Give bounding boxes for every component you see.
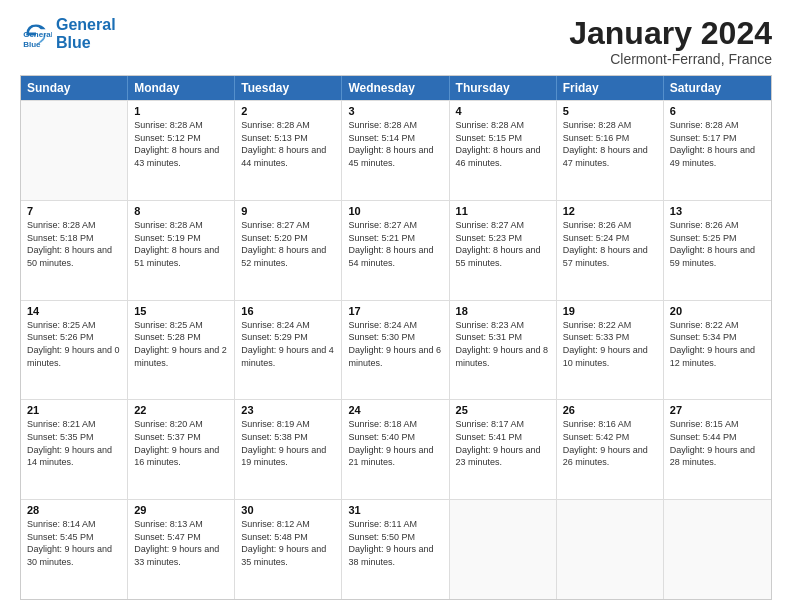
cell-info: Sunrise: 8:28 AMSunset: 5:15 PMDaylight:… bbox=[456, 119, 550, 169]
cell-info: Sunrise: 8:22 AMSunset: 5:34 PMDaylight:… bbox=[670, 319, 765, 369]
day-number: 28 bbox=[27, 504, 121, 516]
cal-cell: 3Sunrise: 8:28 AMSunset: 5:14 PMDaylight… bbox=[342, 101, 449, 200]
cal-cell: 13Sunrise: 8:26 AMSunset: 5:25 PMDayligh… bbox=[664, 201, 771, 300]
cal-cell: 26Sunrise: 8:16 AMSunset: 5:42 PMDayligh… bbox=[557, 400, 664, 499]
cell-info: Sunrise: 8:15 AMSunset: 5:44 PMDaylight:… bbox=[670, 418, 765, 468]
logo-icon: General Blue bbox=[20, 18, 52, 50]
cal-cell: 17Sunrise: 8:24 AMSunset: 5:30 PMDayligh… bbox=[342, 301, 449, 400]
week-row-2: 7Sunrise: 8:28 AMSunset: 5:18 PMDaylight… bbox=[21, 200, 771, 300]
cal-cell bbox=[21, 101, 128, 200]
week-row-1: 1Sunrise: 8:28 AMSunset: 5:12 PMDaylight… bbox=[21, 100, 771, 200]
calendar: SundayMondayTuesdayWednesdayThursdayFrid… bbox=[20, 75, 772, 600]
day-number: 15 bbox=[134, 305, 228, 317]
day-number: 20 bbox=[670, 305, 765, 317]
cal-cell: 24Sunrise: 8:18 AMSunset: 5:40 PMDayligh… bbox=[342, 400, 449, 499]
cell-info: Sunrise: 8:14 AMSunset: 5:45 PMDaylight:… bbox=[27, 518, 121, 568]
cell-info: Sunrise: 8:23 AMSunset: 5:31 PMDaylight:… bbox=[456, 319, 550, 369]
cal-cell: 5Sunrise: 8:28 AMSunset: 5:16 PMDaylight… bbox=[557, 101, 664, 200]
day-number: 8 bbox=[134, 205, 228, 217]
day-number: 21 bbox=[27, 404, 121, 416]
day-number: 17 bbox=[348, 305, 442, 317]
header-day-tuesday: Tuesday bbox=[235, 76, 342, 100]
week-row-3: 14Sunrise: 8:25 AMSunset: 5:26 PMDayligh… bbox=[21, 300, 771, 400]
day-number: 22 bbox=[134, 404, 228, 416]
cell-info: Sunrise: 8:18 AMSunset: 5:40 PMDaylight:… bbox=[348, 418, 442, 468]
week-row-4: 21Sunrise: 8:21 AMSunset: 5:35 PMDayligh… bbox=[21, 399, 771, 499]
cell-info: Sunrise: 8:17 AMSunset: 5:41 PMDaylight:… bbox=[456, 418, 550, 468]
day-number: 14 bbox=[27, 305, 121, 317]
cal-cell: 22Sunrise: 8:20 AMSunset: 5:37 PMDayligh… bbox=[128, 400, 235, 499]
calendar-header: SundayMondayTuesdayWednesdayThursdayFrid… bbox=[21, 76, 771, 100]
cal-cell bbox=[450, 500, 557, 599]
cal-cell: 25Sunrise: 8:17 AMSunset: 5:41 PMDayligh… bbox=[450, 400, 557, 499]
day-number: 5 bbox=[563, 105, 657, 117]
cell-info: Sunrise: 8:28 AMSunset: 5:12 PMDaylight:… bbox=[134, 119, 228, 169]
cal-cell: 27Sunrise: 8:15 AMSunset: 5:44 PMDayligh… bbox=[664, 400, 771, 499]
cal-cell: 19Sunrise: 8:22 AMSunset: 5:33 PMDayligh… bbox=[557, 301, 664, 400]
header-day-saturday: Saturday bbox=[664, 76, 771, 100]
cal-cell: 28Sunrise: 8:14 AMSunset: 5:45 PMDayligh… bbox=[21, 500, 128, 599]
day-number: 6 bbox=[670, 105, 765, 117]
cal-cell: 16Sunrise: 8:24 AMSunset: 5:29 PMDayligh… bbox=[235, 301, 342, 400]
cell-info: Sunrise: 8:19 AMSunset: 5:38 PMDaylight:… bbox=[241, 418, 335, 468]
cal-cell: 1Sunrise: 8:28 AMSunset: 5:12 PMDaylight… bbox=[128, 101, 235, 200]
cell-info: Sunrise: 8:25 AMSunset: 5:28 PMDaylight:… bbox=[134, 319, 228, 369]
cal-cell: 12Sunrise: 8:26 AMSunset: 5:24 PMDayligh… bbox=[557, 201, 664, 300]
cell-info: Sunrise: 8:22 AMSunset: 5:33 PMDaylight:… bbox=[563, 319, 657, 369]
day-number: 2 bbox=[241, 105, 335, 117]
day-number: 27 bbox=[670, 404, 765, 416]
cal-cell: 20Sunrise: 8:22 AMSunset: 5:34 PMDayligh… bbox=[664, 301, 771, 400]
logo-text-general: General bbox=[56, 16, 116, 34]
title-block: January 2024 Clermont-Ferrand, France bbox=[569, 16, 772, 67]
header-day-sunday: Sunday bbox=[21, 76, 128, 100]
day-number: 12 bbox=[563, 205, 657, 217]
cell-info: Sunrise: 8:11 AMSunset: 5:50 PMDaylight:… bbox=[348, 518, 442, 568]
cell-info: Sunrise: 8:28 AMSunset: 5:16 PMDaylight:… bbox=[563, 119, 657, 169]
cal-cell: 8Sunrise: 8:28 AMSunset: 5:19 PMDaylight… bbox=[128, 201, 235, 300]
day-number: 26 bbox=[563, 404, 657, 416]
page: General Blue General Blue January 2024 C… bbox=[0, 0, 792, 612]
day-number: 24 bbox=[348, 404, 442, 416]
day-number: 31 bbox=[348, 504, 442, 516]
cal-cell: 6Sunrise: 8:28 AMSunset: 5:17 PMDaylight… bbox=[664, 101, 771, 200]
cal-cell: 15Sunrise: 8:25 AMSunset: 5:28 PMDayligh… bbox=[128, 301, 235, 400]
header: General Blue General Blue January 2024 C… bbox=[20, 16, 772, 67]
cal-cell: 21Sunrise: 8:21 AMSunset: 5:35 PMDayligh… bbox=[21, 400, 128, 499]
day-number: 18 bbox=[456, 305, 550, 317]
svg-text:General: General bbox=[23, 30, 52, 39]
day-number: 16 bbox=[241, 305, 335, 317]
cal-cell: 29Sunrise: 8:13 AMSunset: 5:47 PMDayligh… bbox=[128, 500, 235, 599]
cell-info: Sunrise: 8:27 AMSunset: 5:20 PMDaylight:… bbox=[241, 219, 335, 269]
logo-text-blue: Blue bbox=[56, 34, 116, 52]
cal-cell: 30Sunrise: 8:12 AMSunset: 5:48 PMDayligh… bbox=[235, 500, 342, 599]
cell-info: Sunrise: 8:12 AMSunset: 5:48 PMDaylight:… bbox=[241, 518, 335, 568]
day-number: 19 bbox=[563, 305, 657, 317]
cell-info: Sunrise: 8:28 AMSunset: 5:19 PMDaylight:… bbox=[134, 219, 228, 269]
day-number: 11 bbox=[456, 205, 550, 217]
day-number: 3 bbox=[348, 105, 442, 117]
header-day-monday: Monday bbox=[128, 76, 235, 100]
cell-info: Sunrise: 8:25 AMSunset: 5:26 PMDaylight:… bbox=[27, 319, 121, 369]
cal-cell: 14Sunrise: 8:25 AMSunset: 5:26 PMDayligh… bbox=[21, 301, 128, 400]
cal-cell: 23Sunrise: 8:19 AMSunset: 5:38 PMDayligh… bbox=[235, 400, 342, 499]
cal-cell: 18Sunrise: 8:23 AMSunset: 5:31 PMDayligh… bbox=[450, 301, 557, 400]
cal-cell: 9Sunrise: 8:27 AMSunset: 5:20 PMDaylight… bbox=[235, 201, 342, 300]
cal-cell bbox=[557, 500, 664, 599]
cell-info: Sunrise: 8:21 AMSunset: 5:35 PMDaylight:… bbox=[27, 418, 121, 468]
cell-info: Sunrise: 8:20 AMSunset: 5:37 PMDaylight:… bbox=[134, 418, 228, 468]
week-row-5: 28Sunrise: 8:14 AMSunset: 5:45 PMDayligh… bbox=[21, 499, 771, 599]
cell-info: Sunrise: 8:28 AMSunset: 5:14 PMDaylight:… bbox=[348, 119, 442, 169]
cell-info: Sunrise: 8:28 AMSunset: 5:17 PMDaylight:… bbox=[670, 119, 765, 169]
day-number: 23 bbox=[241, 404, 335, 416]
cell-info: Sunrise: 8:28 AMSunset: 5:13 PMDaylight:… bbox=[241, 119, 335, 169]
cell-info: Sunrise: 8:26 AMSunset: 5:25 PMDaylight:… bbox=[670, 219, 765, 269]
day-number: 25 bbox=[456, 404, 550, 416]
cell-info: Sunrise: 8:16 AMSunset: 5:42 PMDaylight:… bbox=[563, 418, 657, 468]
cal-cell: 2Sunrise: 8:28 AMSunset: 5:13 PMDaylight… bbox=[235, 101, 342, 200]
cal-cell: 7Sunrise: 8:28 AMSunset: 5:18 PMDaylight… bbox=[21, 201, 128, 300]
cal-cell: 31Sunrise: 8:11 AMSunset: 5:50 PMDayligh… bbox=[342, 500, 449, 599]
day-number: 4 bbox=[456, 105, 550, 117]
calendar-body: 1Sunrise: 8:28 AMSunset: 5:12 PMDaylight… bbox=[21, 100, 771, 599]
svg-text:Blue: Blue bbox=[23, 39, 41, 48]
day-number: 13 bbox=[670, 205, 765, 217]
